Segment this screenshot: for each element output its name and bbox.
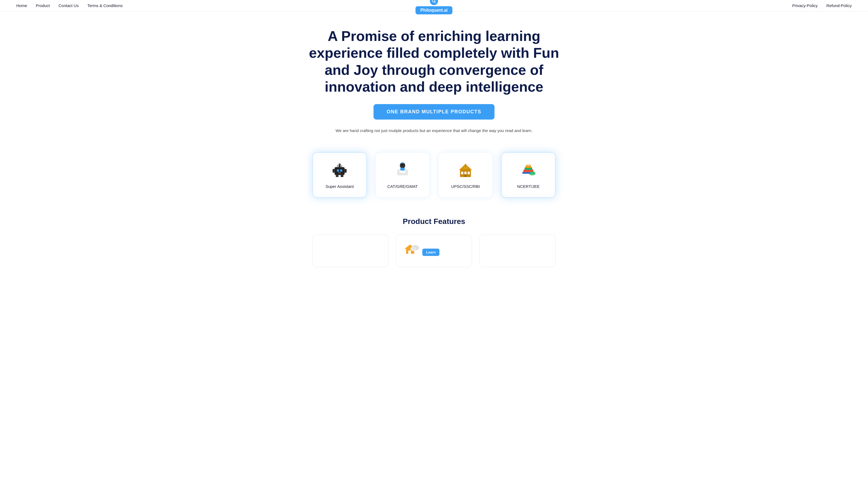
svg-rect-19: [401, 162, 404, 163]
hero-section: A Promise of enriching learning experien…: [285, 11, 583, 144]
svg-rect-31: [526, 166, 531, 168]
svg-rect-4: [340, 169, 342, 172]
logo-icon: [430, 0, 438, 5]
logo-badge[interactable]: Philoquent.ai: [415, 6, 453, 14]
nav-link-terms[interactable]: Terms & Conditions: [87, 3, 123, 8]
svg-rect-3: [337, 169, 339, 172]
product-label-ncert-jee: NCERT/JEE: [517, 184, 539, 189]
svg-rect-2: [335, 167, 344, 175]
nav-link-refund[interactable]: Refund-Policy: [827, 3, 852, 8]
cta-button[interactable]: ONE BRAND MULTIPLE PRODUCTS: [373, 104, 494, 120]
product-label-super-assistant: Super Assistant: [326, 184, 354, 189]
svg-point-7: [339, 163, 341, 166]
nav-link-product[interactable]: Product: [36, 3, 50, 8]
svg-point-33: [530, 172, 535, 174]
svg-rect-25: [468, 172, 470, 174]
product-card-ncert-jee[interactable]: NCERT/JEE: [501, 152, 556, 198]
product-icon-upsc-ssc-rbi: [457, 161, 474, 178]
svg-rect-24: [464, 172, 467, 174]
product-card-upsc-ssc-rbi[interactable]: UPSC/SSC/RBI: [438, 152, 493, 198]
nav-right: Privacy-PolicyRefund-Policy: [792, 3, 852, 8]
feature-badge: Learn: [422, 249, 439, 256]
feature-card-2: Learn: [396, 234, 472, 267]
product-icon-cat-gre-gmat: [394, 161, 411, 178]
svg-rect-8: [333, 169, 335, 173]
svg-line-1: [435, 2, 436, 3]
nav-link-contact[interactable]: Contact Us: [59, 3, 79, 8]
products-section: Super Assistant CAT/GRE/GMAT UPSC/SSC/RB…: [0, 144, 868, 206]
svg-rect-27: [465, 164, 466, 168]
product-label-upsc-ssc-rbi: UPSC/SSC/RBI: [451, 184, 480, 189]
features-title: Product Features: [16, 217, 852, 226]
product-icon-super-assistant: [331, 161, 348, 178]
svg-rect-9: [344, 169, 347, 173]
feature-icon: [404, 242, 420, 256]
features-section: Product Features Learn: [0, 206, 868, 272]
svg-rect-36: [408, 251, 411, 254]
feature-card-3: [479, 234, 556, 267]
svg-point-38: [410, 247, 416, 251]
svg-rect-26: [464, 174, 467, 177]
nav-link-privacy[interactable]: Privacy-Policy: [792, 3, 817, 8]
nav-link-home[interactable]: Home: [16, 3, 27, 8]
hero-subtitle: We are hand crafting not just mutiple pr…: [307, 128, 561, 133]
svg-rect-11: [341, 175, 343, 177]
feature-card-1: [312, 234, 389, 267]
svg-rect-5: [338, 172, 341, 173]
product-label-cat-gre-gmat: CAT/GRE/GMAT: [388, 184, 418, 189]
nav-left: HomeProductContact UsTerms & Conditions: [16, 3, 123, 8]
product-card-cat-gre-gmat[interactable]: CAT/GRE/GMAT: [375, 152, 430, 198]
svg-rect-10: [336, 175, 339, 177]
product-icon-ncert-jee: [520, 161, 537, 178]
product-card-super-assistant[interactable]: Super Assistant: [312, 152, 367, 198]
svg-rect-23: [461, 172, 463, 174]
logo-container[interactable]: Philoquent.ai: [415, 0, 453, 14]
navbar: HomeProductContact UsTerms & Conditions …: [0, 0, 868, 11]
svg-rect-17: [400, 168, 405, 170]
features-cards: Learn: [16, 234, 852, 267]
hero-title: A Promise of enriching learning experien…: [307, 28, 561, 95]
